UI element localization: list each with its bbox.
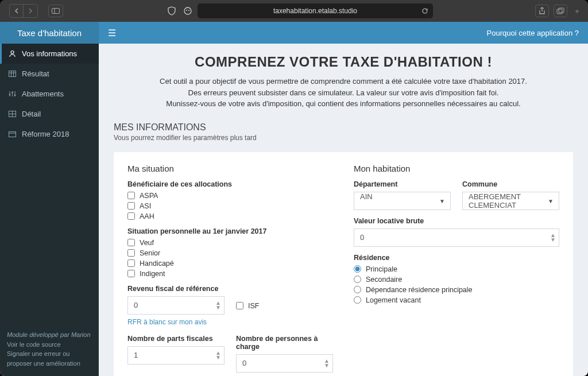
rfr-blank-link[interactable]: RFR à blanc sur mon avis xyxy=(127,318,207,326)
svg-rect-21 xyxy=(9,132,16,137)
intro-text: Cet outil a pour objectif de vous permet… xyxy=(114,76,573,110)
svg-point-17 xyxy=(14,95,16,96)
sidebar-item-detail[interactable]: Détail xyxy=(0,104,99,124)
table-icon xyxy=(8,71,16,77)
svg-point-4 xyxy=(188,10,189,11)
sidebar-item-label: Détail xyxy=(22,110,41,118)
sidebar-item-label: Réforme 2018 xyxy=(22,130,69,138)
hamburger-icon[interactable]: ☰ xyxy=(108,28,116,38)
situation-heading: Ma situation xyxy=(127,164,333,173)
habitation-column: Mon habitation Département AIN ▼ xyxy=(354,164,559,373)
url-field[interactable]: taxehabitation.etalab.studio xyxy=(198,3,433,18)
charge-label: Nombre de personnes à charge xyxy=(236,335,333,351)
section-title: MES INFORMATIONS xyxy=(114,122,573,133)
charge-input[interactable] xyxy=(236,354,333,373)
svg-rect-5 xyxy=(557,9,562,14)
svg-point-7 xyxy=(11,51,14,54)
isf-label: ISF xyxy=(248,302,259,310)
svg-point-15 xyxy=(9,94,10,96)
checkbox-indigent[interactable]: Indigent xyxy=(127,270,333,278)
sidebar-item-abattements[interactable]: Abattements xyxy=(0,84,99,104)
svg-rect-6 xyxy=(559,8,564,13)
grid-icon xyxy=(8,111,16,117)
forward-button[interactable] xyxy=(24,5,37,17)
checkbox-handicape[interactable]: Handicapé xyxy=(127,259,333,268)
url-text: taxehabitation.etalab.studio xyxy=(273,7,357,15)
commune-select[interactable]: ABERGEMENT CLEMENCIAT xyxy=(462,192,559,210)
sidebar-item-label: Abattements xyxy=(22,90,64,98)
sidebar: Taxe d'habitation Vos informations Résul… xyxy=(0,22,99,376)
source-link[interactable]: Voir le code source xyxy=(7,340,92,350)
browser-chrome: taxehabitation.etalab.studio + xyxy=(0,0,588,22)
rfr-label: Revenu fiscal de référence xyxy=(127,285,225,293)
page-title: COMPRENEZ VOTRE TAXE D'HABITATION ! xyxy=(114,54,573,70)
sidebar-item-label: Vos informations xyxy=(22,49,77,58)
content: COMPRENEZ VOTRE TAXE D'HABITATION ! Cet … xyxy=(99,44,588,376)
back-button[interactable] xyxy=(10,5,24,17)
residence-label: Résidence xyxy=(354,254,559,262)
rfr-input[interactable] xyxy=(127,296,225,315)
sidebar-toggle-icon[interactable] xyxy=(48,5,63,17)
radio-secondaire[interactable]: Secondaire xyxy=(354,276,559,284)
dept-select[interactable]: AIN xyxy=(354,192,451,210)
checkbox-senior[interactable]: Senior xyxy=(127,249,333,257)
svg-point-16 xyxy=(11,92,13,94)
sliders-icon xyxy=(8,90,16,98)
vlb-input[interactable] xyxy=(354,228,559,247)
topbar: ☰ Pourquoi cette application ? xyxy=(99,22,588,44)
radio-dependance[interactable]: Dépendance résidence principale xyxy=(354,286,559,294)
form-card: Ma situation Bénéficiaire de ces allocat… xyxy=(114,152,573,377)
parts-input[interactable] xyxy=(127,346,225,365)
reload-icon[interactable] xyxy=(421,7,428,14)
commune-label: Commune xyxy=(462,180,559,188)
checkbox-isf[interactable] xyxy=(236,302,243,309)
report-link[interactable]: Signaler une erreur ou proposer une amél… xyxy=(7,349,92,368)
checkbox-aah[interactable]: AAH xyxy=(127,212,333,220)
sidebar-item-vos-informations[interactable]: Vos informations xyxy=(0,44,99,64)
bug-icon[interactable] xyxy=(181,5,194,17)
radio-principale[interactable]: Principale xyxy=(354,265,559,273)
radio-vacant[interactable]: Logement vacant xyxy=(354,296,559,304)
svg-point-2 xyxy=(184,7,191,14)
tabs-icon[interactable] xyxy=(554,5,567,17)
habitation-heading: Mon habitation xyxy=(354,164,559,173)
svg-point-3 xyxy=(186,10,187,11)
situation-column: Ma situation Bénéficiaire de ces allocat… xyxy=(127,164,333,373)
checkbox-asi[interactable]: ASI xyxy=(127,202,333,210)
sidebar-item-reforme[interactable]: Réforme 2018 xyxy=(0,124,99,144)
checkbox-veuf[interactable]: Veuf xyxy=(127,239,333,247)
app-brand[interactable]: Taxe d'habitation xyxy=(0,22,99,44)
vlb-label: Valeur locative brute xyxy=(354,217,559,225)
new-tab-icon[interactable]: + xyxy=(572,7,582,15)
sidebar-item-resultat[interactable]: Résultat xyxy=(0,64,99,84)
user-icon xyxy=(8,50,16,57)
svg-rect-0 xyxy=(52,9,60,14)
checkbox-aspa[interactable]: ASPA xyxy=(127,192,333,200)
tracking-shield-icon[interactable] xyxy=(165,5,178,17)
alloc-label: Bénéficiaire de ces allocations xyxy=(127,180,333,188)
section-subtitle: Vous pourrez modifier les paramètres plu… xyxy=(114,134,573,142)
sidebar-footer: Module développé par Marion Voir le code… xyxy=(0,324,99,376)
perso-label: Situation personnelle au 1er janvier 201… xyxy=(127,227,333,235)
parts-label: Nombre de parts fiscales xyxy=(127,335,225,343)
dept-label: Département xyxy=(354,180,451,188)
sidebar-item-label: Résultat xyxy=(22,69,49,78)
nav-buttons xyxy=(9,4,38,18)
share-icon[interactable] xyxy=(535,5,549,17)
svg-rect-8 xyxy=(9,71,16,77)
calendar-icon xyxy=(8,131,16,137)
top-right-link[interactable]: Pourquoi cette application ? xyxy=(487,29,579,37)
credit-text: Module développé par Marion xyxy=(7,330,92,340)
